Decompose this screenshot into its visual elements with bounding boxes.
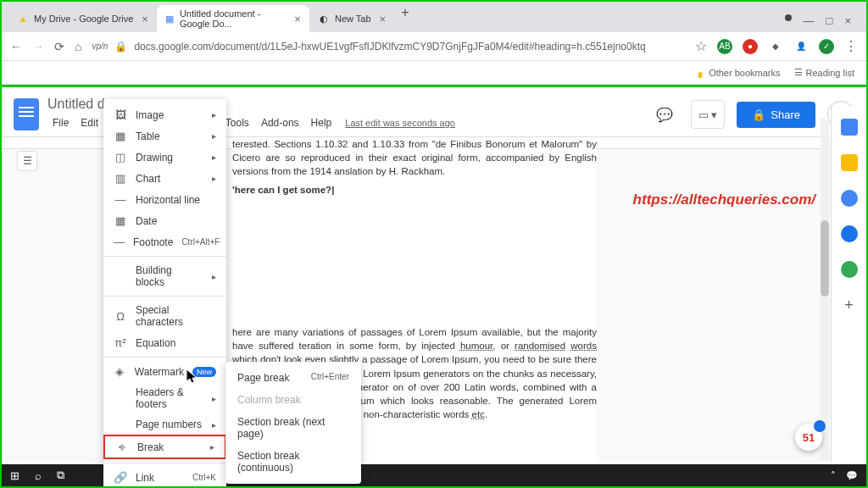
- submenu-page-break[interactable]: Page breakCtrl+Enter: [225, 367, 361, 389]
- menu-footnote[interactable]: —FootnoteCtrl+Alt+F: [103, 231, 226, 252]
- add-addon-button[interactable]: +: [844, 297, 854, 314]
- close-icon[interactable]: ×: [294, 13, 301, 25]
- contacts-icon[interactable]: [841, 225, 858, 242]
- vpn-icon: vp/n: [92, 42, 108, 51]
- reload-button[interactable]: ⟳: [54, 40, 64, 53]
- tab-label: My Drive - Google Drive: [34, 14, 133, 24]
- url-field[interactable]: vp/n 🔒 docs.google.com/document/d/1L5eJ-…: [92, 41, 685, 53]
- tasks-icon[interactable]: [841, 190, 858, 207]
- drive-icon: ▲: [17, 13, 29, 25]
- menu-watermark[interactable]: ◈WatermarkNew: [103, 361, 226, 382]
- search-button[interactable]: ⌕: [35, 469, 42, 482]
- menu-building-blocks[interactable]: Building blocks▸: [103, 260, 226, 292]
- menu-chart[interactable]: ▥Chart▸: [103, 168, 226, 189]
- separator: [103, 463, 226, 463]
- address-bar: ← → ⟳ ⌂ vp/n 🔒 docs.google.com/document/…: [2, 32, 866, 61]
- keep-icon[interactable]: [841, 154, 858, 171]
- start-button[interactable]: ⊞: [10, 469, 19, 482]
- chrome-menu-icon[interactable]: ⋮: [844, 38, 858, 54]
- bookmarks-bar: ▖Other bookmarks ☰Reading list: [2, 61, 866, 85]
- menu-image[interactable]: 🖼Image▸: [103, 104, 226, 125]
- menu-file[interactable]: File: [47, 114, 74, 132]
- menu-headers-footers[interactable]: Headers & footers▸: [103, 382, 226, 414]
- reading-list[interactable]: ☰Reading list: [794, 67, 854, 78]
- scrollbar-thumb[interactable]: [821, 220, 829, 297]
- menu-help[interactable]: Help: [306, 114, 337, 132]
- menu-page-numbers[interactable]: Page numbers▸: [103, 414, 226, 435]
- back-button[interactable]: ←: [10, 40, 22, 53]
- notifications-icon[interactable]: 💬: [846, 470, 858, 481]
- menu-special-chars[interactable]: ΩSpecial characters: [103, 300, 226, 332]
- task-view-button[interactable]: ⧉: [57, 469, 64, 482]
- ext-icon-4[interactable]: 👤: [793, 39, 809, 54]
- submenu-section-break-cont[interactable]: Section break (continuous): [225, 445, 361, 479]
- tab-newtab[interactable]: ◐ New Tab ×: [309, 5, 394, 32]
- calendar-icon[interactable]: [841, 119, 858, 136]
- lock-icon: 🔒: [114, 41, 127, 53]
- watermark-text: https://alltechqueries.com/: [633, 191, 815, 208]
- new-tab-button[interactable]: +: [394, 5, 415, 32]
- menu-drawing[interactable]: ◫Drawing▸: [103, 147, 226, 168]
- chrome-actions: ☆ AB ● ◆ 👤 ✓ ⋮: [695, 38, 858, 54]
- ext-icon-1[interactable]: AB: [717, 39, 732, 54]
- outline-toggle-button[interactable]: ☰: [17, 151, 37, 171]
- side-panel: +: [831, 107, 866, 463]
- break-icon: ⎆: [115, 441, 129, 453]
- menu-link[interactable]: 🔗LinkCtrl+K: [103, 467, 226, 488]
- docs-icon: ▦: [165, 13, 175, 25]
- line-icon: —: [114, 193, 127, 206]
- menu-horizontal-line[interactable]: —Horizontal line: [103, 189, 226, 210]
- nav-buttons: ← → ⟳ ⌂: [10, 40, 81, 53]
- explore-button[interactable]: 51: [795, 424, 822, 451]
- omega-icon: Ω: [114, 310, 127, 323]
- maps-icon[interactable]: [841, 261, 858, 278]
- tab-label: New Tab: [335, 14, 371, 24]
- menu-edit[interactable]: Edit: [75, 114, 103, 132]
- tab-drive[interactable]: ▲ My Drive - Google Drive ×: [8, 5, 157, 32]
- chart-icon: ▥: [114, 172, 127, 185]
- scrollbar-track[interactable]: [821, 119, 829, 461]
- table-icon: ▦: [114, 130, 127, 142]
- close-window-button[interactable]: ×: [844, 14, 851, 27]
- image-icon: 🖼: [114, 108, 127, 121]
- menu-date[interactable]: ▦Date: [103, 210, 226, 231]
- other-bookmarks[interactable]: ▖Other bookmarks: [698, 67, 780, 78]
- forward-button[interactable]: →: [32, 40, 44, 53]
- drawing-icon: ◫: [114, 151, 127, 164]
- link-icon: 🔗: [114, 471, 127, 484]
- date-icon: ▦: [114, 214, 127, 227]
- star-icon[interactable]: ☆: [695, 38, 707, 54]
- tab-docs[interactable]: ▦ Untitled document - Google Do... ×: [157, 5, 309, 32]
- tabs-container: ▲ My Drive - Google Drive × ▦ Untitled d…: [8, 5, 776, 32]
- docs-logo-icon[interactable]: [14, 98, 39, 130]
- url-text: docs.google.com/document/d/1L5eJ-hxwUE1v…: [134, 41, 645, 53]
- minimize-button[interactable]: —: [804, 14, 815, 27]
- menu-table[interactable]: ▦Table▸: [103, 125, 226, 147]
- close-icon[interactable]: ×: [380, 13, 387, 25]
- comments-history-icon[interactable]: 💬: [650, 100, 679, 129]
- ext-icon-3[interactable]: ◆: [768, 39, 783, 54]
- maximize-button[interactable]: □: [826, 14, 833, 27]
- body-text: terested. Sections 1.10.32 and 1.10.33 f…: [232, 137, 597, 178]
- present-icon[interactable]: ▭ ▾: [691, 100, 726, 129]
- tab-label: Untitled document - Google Do...: [180, 8, 286, 29]
- home-button[interactable]: ⌂: [75, 40, 81, 53]
- menu-equation[interactable]: π²Equation: [103, 332, 226, 353]
- window-controls: — □ ×: [776, 14, 860, 32]
- close-icon[interactable]: ×: [142, 13, 148, 25]
- separator: [103, 256, 226, 257]
- footnote-icon: —: [114, 236, 125, 248]
- ext-icon-2[interactable]: ●: [743, 39, 758, 54]
- lock-icon: 🔒: [752, 108, 765, 121]
- browser-tab-strip: ▲ My Drive - Google Drive × ▦ Untitled d…: [2, 2, 866, 32]
- ext-shield-icon[interactable]: ✓: [819, 39, 834, 54]
- last-edit-link[interactable]: Last edit was seconds ago: [345, 118, 455, 128]
- watermark-icon: ◈: [114, 365, 126, 378]
- menu-addons[interactable]: Add-ons: [256, 114, 304, 132]
- menu-break[interactable]: ⎆Break▸: [103, 435, 226, 459]
- submenu-section-break-next[interactable]: Section break (next page): [225, 411, 361, 445]
- share-button[interactable]: 🔒Share: [737, 102, 815, 128]
- tray-up-icon[interactable]: ˄: [831, 470, 836, 481]
- submenu-column-break: Column break: [225, 389, 361, 411]
- pi-icon: π²: [114, 336, 127, 349]
